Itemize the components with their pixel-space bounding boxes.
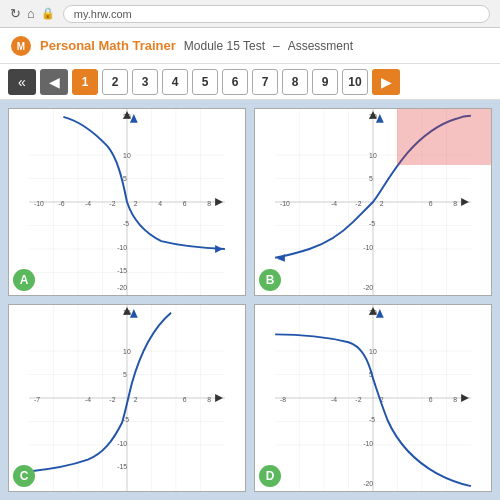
graph-panel-d[interactable]: 20 10 5 -5 -10 -20 -8 -4 -2 2 6 8 D [254,304,492,492]
svg-text:4: 4 [158,200,162,207]
svg-text:-2: -2 [109,200,115,207]
svg-text:2: 2 [134,200,138,207]
page-btn-3[interactable]: 3 [132,69,158,95]
svg-text:-10: -10 [280,200,290,207]
svg-text:2: 2 [380,200,384,207]
svg-text:-4: -4 [331,396,337,403]
page-btn-1[interactable]: 1 [72,69,98,95]
svg-text:-6: -6 [58,200,64,207]
page-btn-9[interactable]: 9 [312,69,338,95]
svg-text:-7: -7 [34,396,40,403]
svg-text:6: 6 [429,200,433,207]
svg-text:-5: -5 [369,416,375,423]
svg-text:M: M [17,41,25,52]
svg-marker-61 [461,198,469,206]
graph-panel-a[interactable]: 20 10 5 -5 -10 -15 -20 -10 -6 -4 -2 2 4 … [8,108,246,296]
page-btn-6[interactable]: 6 [222,69,248,95]
graph-label-a: A [13,269,35,291]
svg-text:-5: -5 [123,220,129,227]
forward-button[interactable]: ▶ [372,69,400,95]
svg-text:5: 5 [369,175,373,182]
page-btn-5[interactable]: 5 [192,69,218,95]
refresh-icon[interactable]: ↻ [10,6,21,21]
svg-text:6: 6 [183,396,187,403]
lock-icon: 🔒 [41,7,55,20]
svg-marker-86 [130,309,138,318]
dash: – [273,39,280,53]
assessment-text: Assessment [288,39,353,53]
page-btn-7[interactable]: 7 [252,69,278,95]
svg-text:10: 10 [369,152,377,159]
svg-marker-88 [215,394,223,402]
page-btn-8[interactable]: 8 [282,69,308,95]
graph-panel-b[interactable]: 20 10 5 -5 -10 -20 -10 -4 -2 2 6 8 B [254,108,492,296]
browser-bar: ↻ ⌂ 🔒 my.hrw.com [0,0,500,28]
app-logo: M [10,35,32,57]
svg-text:10: 10 [123,348,131,355]
svg-text:8: 8 [207,396,211,403]
app-title: Personal Math Trainer [40,38,176,53]
svg-text:-4: -4 [85,396,91,403]
svg-text:-15: -15 [117,267,127,274]
graph-a-svg: 20 10 5 -5 -10 -15 -20 -10 -6 -4 -2 2 4 … [9,109,245,295]
svg-text:2: 2 [134,396,138,403]
svg-text:-4: -4 [331,200,337,207]
svg-text:-15: -15 [117,463,127,470]
url-bar[interactable]: my.hrw.com [63,5,490,23]
svg-text:-20: -20 [117,284,127,291]
svg-text:-4: -4 [85,200,91,207]
browser-icons: ↻ ⌂ 🔒 [10,6,55,21]
graph-label-c: C [13,465,35,487]
svg-text:6: 6 [429,396,433,403]
graph-label-d: D [259,465,281,487]
svg-text:-10: -10 [34,200,44,207]
graph-label-b: B [259,269,281,291]
svg-text:6: 6 [183,200,187,207]
svg-text:8: 8 [453,200,457,207]
svg-marker-33 [215,198,223,206]
svg-marker-31 [215,245,223,253]
rewind-button[interactable]: « [8,69,36,95]
svg-marker-30 [130,114,138,123]
svg-text:-2: -2 [355,396,361,403]
svg-text:-8: -8 [280,396,286,403]
svg-marker-113 [376,309,384,318]
home-icon[interactable]: ⌂ [27,6,35,21]
svg-text:10: 10 [369,348,377,355]
app-header: M Personal Math Trainer Module 15 Test –… [0,28,500,64]
svg-text:-10: -10 [363,244,373,251]
svg-marker-58 [376,114,384,123]
graph-panel-c[interactable]: 15 10 5 -5 -10 -15 -7 -4 -2 2 6 8 C [8,304,246,492]
svg-text:8: 8 [207,200,211,207]
svg-text:-2: -2 [109,396,115,403]
svg-text:-5: -5 [369,220,375,227]
svg-text:5: 5 [123,371,127,378]
page-btn-4[interactable]: 4 [162,69,188,95]
svg-text:-10: -10 [363,440,373,447]
module-text[interactable]: Module 15 Test [184,39,265,53]
main-content: 20 10 5 -5 -10 -15 -20 -10 -6 -4 -2 2 4 … [0,100,500,500]
graph-c-svg: 15 10 5 -5 -10 -15 -7 -4 -2 2 6 8 [9,305,245,491]
svg-text:-2: -2 [355,200,361,207]
page-btn-2[interactable]: 2 [102,69,128,95]
svg-text:-20: -20 [363,284,373,291]
svg-text:-20: -20 [363,480,373,487]
back-button[interactable]: ◀ [40,69,68,95]
svg-text:5: 5 [123,175,127,182]
svg-marker-115 [461,394,469,402]
svg-text:10: 10 [123,152,131,159]
svg-text:8: 8 [453,396,457,403]
graph-d-svg: 20 10 5 -5 -10 -20 -8 -4 -2 2 6 8 [255,305,491,491]
svg-text:-10: -10 [117,440,127,447]
page-btn-10[interactable]: 10 [342,69,368,95]
nav-bar: « ◀ 1 2 3 4 5 6 7 8 9 10 ▶ [0,64,500,100]
svg-text:-10: -10 [117,244,127,251]
red-highlight-b [397,109,491,165]
